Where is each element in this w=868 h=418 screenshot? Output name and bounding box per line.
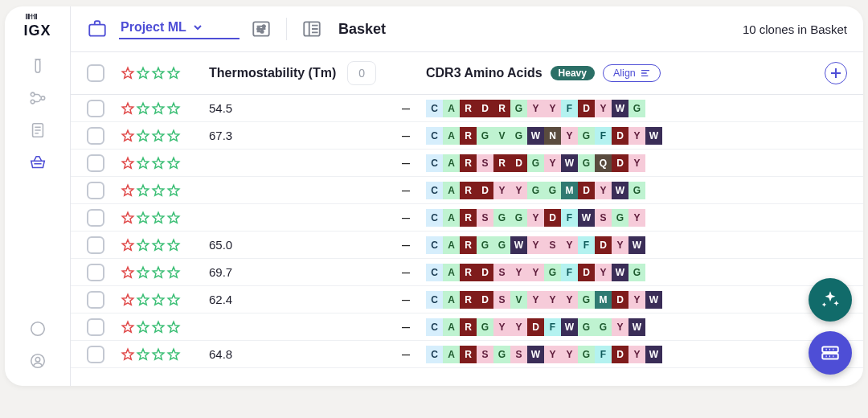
amino-acid: G [510,100,527,117]
svg-point-2 [31,100,35,104]
sidebar-item-vial[interactable] [24,52,51,80]
amino-acid: G [544,182,561,199]
row-checkbox[interactable] [87,346,104,363]
row-checkbox[interactable] [87,291,104,309]
amino-acid: Y [595,264,612,281]
cdr3-sequence: CARGGWYSYFDYW [426,236,645,254]
amino-acid: S [544,236,561,254]
cdr3-sequence: CARSGSWYYGFDYW [426,346,662,363]
sidebar-item-pipeline[interactable] [24,84,51,112]
amino-acid: G [493,209,510,227]
amino-acid: Y [493,318,510,336]
amino-acid: Y [510,264,527,281]
row-checkbox[interactable] [87,209,104,227]
amino-acid: Y [561,236,578,254]
star-icon [136,320,150,334]
rating-stars[interactable] [121,183,209,198]
row-checkbox[interactable] [87,182,104,199]
amino-acid: D [578,182,595,199]
sidebar-item-chat[interactable] [24,315,51,342]
amino-acid: Y [510,182,527,199]
sidebar-item-document[interactable] [24,117,51,144]
star-icon [136,211,150,225]
spacer-dash: – [386,100,426,117]
row-checkbox[interactable] [87,154,104,172]
row-checkbox[interactable] [87,127,104,145]
amino-acid: G [493,236,510,254]
app-logo: ||||·|·||| IGX [23,19,51,47]
amino-acid: G [544,264,561,281]
star-icon [136,129,150,143]
star-icon [136,101,150,116]
chat-icon [29,320,47,338]
star-icon [166,66,181,80]
star-icon [166,293,181,307]
rating-stars[interactable] [121,293,209,307]
project-select[interactable]: Project ML [119,18,240,39]
amino-acid: G [628,100,645,117]
amino-acid: N [544,127,561,145]
star-icon [121,320,135,334]
amino-acid: C [426,209,443,227]
amino-acid: D [595,236,612,254]
amino-acid: C [426,264,443,281]
rating-stars[interactable] [121,101,209,116]
star-icon [166,156,181,170]
filter-settings-icon[interactable] [251,18,272,39]
amino-acid: G [612,209,628,227]
sidebar-item-basket[interactable] [24,149,51,176]
rating-stars[interactable] [121,211,209,225]
amino-acid: M [561,182,578,199]
row-checkbox[interactable] [87,100,104,117]
star-icon [121,238,135,252]
row-checkbox[interactable] [87,318,104,336]
fab-storage[interactable] [809,331,852,375]
amino-acid: G [578,318,595,336]
star-icon [121,129,135,143]
rating-stars[interactable] [121,238,209,252]
rating-stars[interactable] [121,320,209,334]
amino-acid: W [561,154,578,172]
amino-acid: G [527,154,544,172]
sidebar-item-user[interactable] [24,347,51,375]
add-column-button[interactable] [825,62,847,84]
amino-acid: A [443,346,460,363]
amino-acid: D [612,291,628,309]
star-icon [151,101,166,116]
select-all-checkbox[interactable] [87,64,104,82]
rating-stars[interactable] [121,265,209,280]
amino-acid: V [493,127,510,145]
sparkle-icon [820,289,841,310]
storage-icon [820,342,841,363]
amino-acid: Y [527,209,544,227]
amino-acid: R [460,127,477,145]
rating-filter[interactable] [121,66,209,80]
amino-acid: A [443,209,460,227]
amino-acid: Y [527,100,544,117]
row-checkbox[interactable] [87,236,104,254]
rating-stars[interactable] [121,347,209,362]
amino-acid: R [493,154,510,172]
sort-order-chip[interactable]: 0 [347,61,376,85]
layout-columns-icon[interactable] [301,18,322,39]
rating-stars[interactable] [121,156,209,170]
spacer-dash: – [386,182,426,199]
svg-point-7 [35,357,40,362]
amino-acid: F [561,209,578,227]
rating-stars[interactable] [121,129,209,143]
amino-acid: R [460,209,477,227]
amino-acid: S [595,209,612,227]
table-row: –CARDYYGGMDYWG [71,177,863,204]
amino-acid: A [443,264,460,281]
align-button[interactable]: Align [603,64,661,82]
star-icon [151,211,166,225]
amino-acid: W [645,291,662,309]
star-icon [121,101,135,116]
star-icon [136,156,150,170]
fab-ai-assist[interactable] [809,278,852,322]
thermostability-value: 64.8 [209,347,232,361]
amino-acid: R [460,264,477,281]
row-checkbox[interactable] [87,264,104,281]
svg-rect-8 [89,25,105,36]
amino-acid: R [460,346,477,363]
